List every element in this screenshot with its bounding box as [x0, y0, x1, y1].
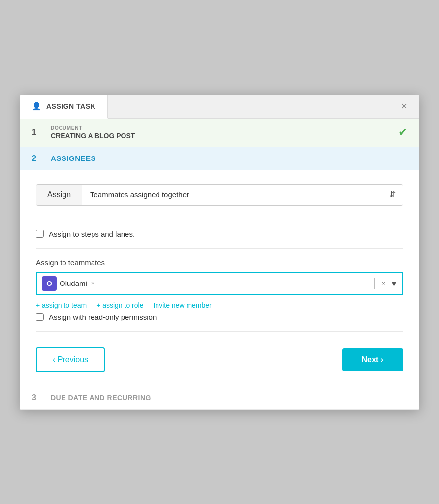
- oludami-name: Oludami: [60, 279, 87, 287]
- step-1-info: DOCUMENT CREATING A BLOG POST: [51, 126, 389, 140]
- divider-2: [36, 248, 403, 249]
- modal-title: ASSIGN TASK: [46, 102, 95, 110]
- readonly-label: Assign with read-only permission: [49, 313, 157, 321]
- invite-new-member-button[interactable]: Invite new member: [153, 301, 211, 309]
- assign-steps-checkbox[interactable]: [36, 230, 44, 238]
- assign-label-button[interactable]: Assign: [36, 185, 82, 205]
- step-2-label: ASSIGNEES: [51, 154, 407, 162]
- readonly-checkbox[interactable]: [36, 313, 44, 321]
- step-2-info: ASSIGNEES: [51, 154, 407, 162]
- input-divider: [374, 278, 375, 289]
- user-icon: 👤: [32, 102, 41, 111]
- modal-header: 👤 ASSIGN TASK ×: [20, 95, 419, 119]
- assign-task-modal: 👤 ASSIGN TASK × 1 DOCUMENT CREATING A BL…: [20, 94, 419, 410]
- oludami-tag: O Oludami ×: [42, 276, 95, 291]
- next-button[interactable]: Next ›: [342, 348, 403, 371]
- assign-steps-label: Assign to steps and lanes.: [49, 230, 135, 238]
- modal-body: Assign Teammates assigned together Teamm…: [20, 170, 419, 386]
- previous-button[interactable]: ‹ Previous: [36, 347, 105, 372]
- step-2-row: 2 ASSIGNEES: [20, 147, 419, 170]
- action-links-row: + assign to team + assign to role Invite…: [36, 301, 403, 309]
- step-3-row: 3 DUE DATE AND RECURRING: [20, 386, 419, 410]
- assign-select-wrapper: Teammates assigned together Teammates as…: [82, 185, 403, 205]
- step-3-label: DUE DATE AND RECURRING: [51, 394, 407, 402]
- divider-1: [36, 220, 403, 220]
- teammate-search-input[interactable]: [99, 278, 368, 289]
- assign-row: Assign Teammates assigned together Teamm…: [36, 184, 403, 206]
- clear-tags-button[interactable]: ×: [380, 279, 387, 288]
- tag-input-wrapper[interactable]: O Oludami × × ▾: [36, 272, 403, 295]
- oludami-avatar: O: [42, 276, 57, 291]
- dropdown-toggle-button[interactable]: ▾: [391, 278, 397, 289]
- step-1-check-icon: ✔: [398, 126, 407, 139]
- step-3-info: DUE DATE AND RECURRING: [51, 394, 407, 402]
- step-1-row: 1 DOCUMENT CREATING A BLOG POST ✔: [20, 119, 419, 147]
- step-1-label: CREATING A BLOG POST: [51, 132, 389, 140]
- assign-to-role-button[interactable]: + assign to role: [96, 301, 143, 309]
- assign-to-team-button[interactable]: + assign to team: [36, 301, 87, 309]
- assign-select[interactable]: Teammates assigned together Teammates as…: [82, 185, 403, 205]
- readonly-permission-row: Assign with read-only permission: [36, 313, 403, 321]
- step-1-category: DOCUMENT: [51, 126, 389, 131]
- step-2-number: 2: [32, 154, 42, 163]
- teammates-section-label: Assign to teammates: [36, 258, 403, 267]
- step-3-number: 3: [32, 393, 42, 402]
- divider-3: [36, 331, 403, 332]
- modal-title-tab: 👤 ASSIGN TASK: [20, 95, 108, 119]
- assign-steps-row: Assign to steps and lanes.: [36, 230, 403, 238]
- close-button[interactable]: ×: [397, 99, 411, 114]
- oludami-remove-button[interactable]: ×: [90, 280, 96, 287]
- navigation-row: ‹ Previous Next ›: [36, 347, 403, 372]
- step-1-number: 1: [32, 128, 42, 137]
